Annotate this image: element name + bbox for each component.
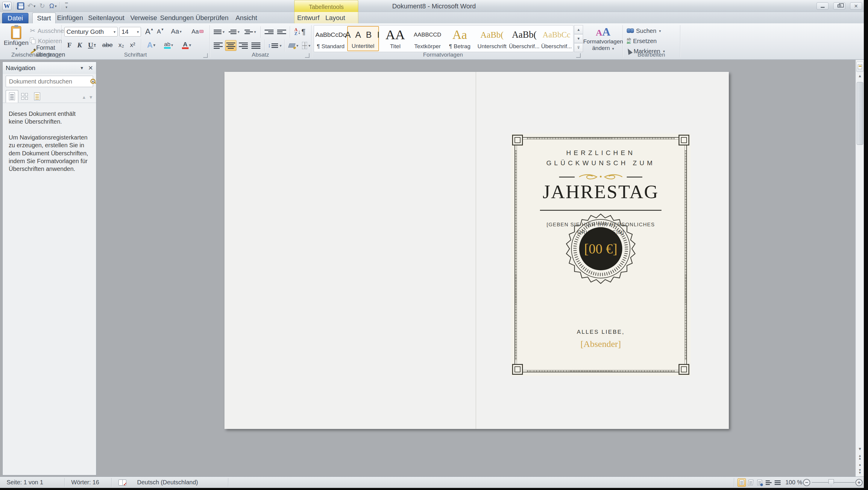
find-button[interactable]: Suchen▾ <box>627 26 661 35</box>
change-case-dropdown-icon[interactable]: ▾ <box>180 29 182 34</box>
scroll-down-button[interactable]: ▼ <box>856 447 864 451</box>
highlight-dropdown-icon[interactable]: ▾ <box>171 43 173 47</box>
show-paragraph-marks-button[interactable]: ¶ <box>298 26 309 37</box>
ruler-toggle-button[interactable] <box>856 62 864 72</box>
font-color-button[interactable]: A ▾ <box>179 39 194 50</box>
browse-results-tab[interactable] <box>31 90 43 103</box>
paste-dropdown-icon[interactable]: ▾ <box>16 47 18 51</box>
tab-seitenlayout[interactable]: Seitenlayout <box>87 12 125 23</box>
tab-einfuegen[interactable]: Einfügen <box>57 12 83 23</box>
search-input[interactable] <box>8 78 89 85</box>
fullscreen-reading-view-button[interactable] <box>746 478 755 487</box>
browse-headings-tab[interactable] <box>6 90 18 103</box>
zoom-slider-thumb[interactable] <box>829 479 834 486</box>
zoom-level-label[interactable]: 100 % <box>785 477 802 488</box>
tab-datei[interactable]: Datei <box>2 13 28 23</box>
close-button[interactable]: ✕ <box>850 2 862 9</box>
web-layout-view-button[interactable] <box>755 478 764 487</box>
restore-button[interactable] <box>833 2 845 9</box>
underline-dropdown-icon[interactable]: ▾ <box>94 42 96 47</box>
clear-formatting-button[interactable]: Aa <box>191 26 205 36</box>
previous-result-button[interactable]: ▲ <box>82 95 86 100</box>
paste-button[interactable]: Einfügen ▾ <box>4 26 28 54</box>
bullets-button[interactable]: ▾ <box>213 27 226 36</box>
clipboard-dialog-launcher[interactable] <box>56 53 60 58</box>
font-color-dropdown-icon[interactable]: ▾ <box>189 43 191 47</box>
font-dialog-launcher[interactable] <box>203 53 208 58</box>
line-spacing-dropdown-icon[interactable]: ▾ <box>280 43 282 48</box>
next-result-button[interactable]: ▼ <box>89 95 93 100</box>
bold-button[interactable]: F <box>65 39 74 50</box>
gallery-scroll-down-button[interactable]: ▼ <box>574 34 583 43</box>
borders-dropdown-icon[interactable]: ▾ <box>308 43 310 48</box>
amount-placeholder[interactable]: [00 €] <box>563 211 638 286</box>
card-greeting-line1[interactable]: HERZLICHEN <box>511 149 690 157</box>
shading-dropdown-icon[interactable]: ▾ <box>296 43 299 48</box>
select-browse-object-button[interactable]: ● <box>856 463 864 467</box>
text-effects-dropdown-icon[interactable]: ▾ <box>153 43 155 47</box>
align-left-button[interactable] <box>213 40 224 51</box>
italic-button[interactable]: K <box>75 39 84 50</box>
borders-button[interactable]: ▾ <box>302 40 311 51</box>
bullets-dropdown-icon[interactable]: ▾ <box>223 30 225 34</box>
style-textkoerper[interactable]: AABBCCD Textkörper <box>411 26 443 51</box>
decrease-indent-button[interactable] <box>264 27 275 36</box>
subscript-button[interactable]: x₂ <box>116 39 127 50</box>
outline-view-button[interactable] <box>765 478 773 487</box>
card-greeting-line2[interactable]: GLÜCKWUNSCH ZUM <box>511 159 690 167</box>
replace-button[interactable]: ab ac Ersetzen <box>627 36 657 45</box>
spellcheck-status-button[interactable] <box>119 477 126 488</box>
tab-layout[interactable]: Layout <box>324 12 347 23</box>
card-title[interactable]: JAHRESTAG <box>511 181 690 203</box>
scrollbar-thumb[interactable] <box>857 82 863 145</box>
numbering-dropdown-icon[interactable]: ▾ <box>238 30 240 34</box>
style-betrag[interactable]: Aa ¶ Betrag <box>444 26 475 51</box>
style-ueberschrift1[interactable]: AaBb( Überschrif... <box>508 26 540 51</box>
style-untertitel[interactable]: A A B I Untertitel <box>347 26 379 51</box>
find-dropdown-icon[interactable]: ▾ <box>659 29 661 33</box>
next-page-button[interactable]: ▼▼ <box>856 469 864 474</box>
styles-dialog-launcher[interactable] <box>576 53 581 58</box>
font-name-combo[interactable]: Century Goth▾ <box>64 27 118 36</box>
style-unterschrift[interactable]: AaBb( Unterschrift <box>476 26 508 51</box>
browse-pages-tab[interactable] <box>18 90 31 103</box>
align-center-button[interactable] <box>225 40 237 51</box>
style-titel[interactable]: AA Titel <box>379 26 411 51</box>
grow-font-button[interactable]: A▲ <box>144 26 155 36</box>
pane-close-icon[interactable]: ✕ <box>88 64 93 71</box>
tab-ansicht[interactable]: Ansicht <box>234 12 259 23</box>
word-count-status[interactable]: Wörter: 16 <box>71 477 99 488</box>
tab-start[interactable]: Start <box>32 12 56 23</box>
page-count-status[interactable]: Seite: 1 von 1 <box>7 477 43 488</box>
multilevel-list-button[interactable]: ▾ <box>243 27 257 36</box>
gallery-scroll-up-button[interactable]: ▲ <box>574 25 583 34</box>
style-standard[interactable]: AaBbCcDc ¶ Standard <box>315 26 347 51</box>
align-right-button[interactable] <box>238 40 249 51</box>
minimize-button[interactable] <box>816 2 829 9</box>
zoom-out-button[interactable]: − <box>803 479 810 486</box>
shading-button[interactable]: ▾ <box>287 40 301 51</box>
tab-ueberpruefen[interactable]: Überprüfen <box>196 12 228 23</box>
gallery-more-button[interactable]: ⊽ <box>574 43 583 52</box>
print-layout-view-button[interactable] <box>738 478 746 487</box>
zoom-in-button[interactable]: + <box>856 479 863 486</box>
justify-button[interactable] <box>250 40 261 51</box>
paragraph-dialog-launcher[interactable] <box>305 53 309 58</box>
scroll-up-button[interactable]: ▲ <box>856 73 864 78</box>
draft-view-button[interactable] <box>773 478 782 487</box>
style-ueberschrift2[interactable]: AaBbCc Überschrif... <box>540 26 572 51</box>
numbering-button[interactable]: ▾ <box>227 27 241 36</box>
underline-button[interactable]: U▾ <box>85 39 98 50</box>
superscript-button[interactable]: x² <box>127 39 138 50</box>
change-styles-dropdown-icon[interactable]: ▾ <box>612 47 614 51</box>
document-search-box[interactable]: ▾ <box>6 76 93 87</box>
strikethrough-button[interactable]: abe <box>100 39 115 50</box>
multilevel-dropdown-icon[interactable]: ▾ <box>254 30 256 34</box>
shrink-font-button[interactable]: A▼ <box>155 26 165 36</box>
change-styles-button[interactable]: AA Formatvorlagen ändern ▾ <box>585 25 621 53</box>
change-case-button[interactable]: Aa▾ <box>168 26 184 36</box>
previous-page-button[interactable]: ▲▲ <box>856 454 864 460</box>
language-status[interactable]: Deutsch (Deutschland) <box>137 477 198 488</box>
card-sender-placeholder[interactable]: [Absender] <box>511 339 690 349</box>
highlight-color-button[interactable]: ab ▾ <box>160 39 177 50</box>
